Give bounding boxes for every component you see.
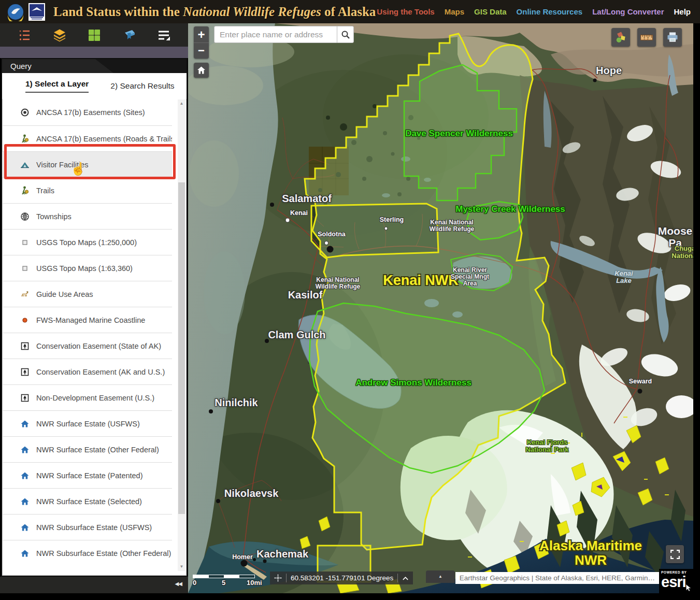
scrollbar-thumb[interactable]: [178, 182, 185, 514]
layer-item-surface-selected[interactable]: NWR Surface Estate (Selected): [2, 488, 172, 514]
square-icon: [20, 237, 30, 248]
app-window: Land Status within the National Wildlife…: [0, 0, 700, 600]
draw-shapes-icon: [614, 31, 627, 44]
scale-label-mid: 5: [222, 579, 225, 587]
svg-text:1: 1: [644, 37, 645, 40]
panel-tabstrip: Query: [2, 59, 187, 73]
layers-icon[interactable]: [51, 26, 68, 44]
nav-latlong-converter[interactable]: Lat/Long Converter: [592, 7, 664, 16]
print-button[interactable]: [663, 28, 682, 47]
tab-search-results[interactable]: 2) Search Results: [110, 81, 174, 91]
layer-item-label: NWR Subsurface Estate (Other Federal): [36, 549, 171, 558]
nav-online-resources[interactable]: Online Resources: [517, 7, 583, 16]
layer-item-label: USGS Topo Maps (1:63,360): [36, 264, 133, 273]
scroll-down-icon[interactable]: ▼: [178, 563, 185, 571]
layer-item-surface-other-federal[interactable]: NWR Surface Estate (Other Federal): [2, 436, 172, 462]
layer-item-label: ANCSA 17(b) Easements (Roads & Trails): [36, 135, 172, 143]
map-attribution: Earthstar Geographics | State of Alaska,…: [455, 572, 659, 584]
layer-item-label: NWR Surface Estate (Selected): [36, 497, 142, 506]
home-icon: [197, 66, 206, 75]
layer-item-label: Trails: [36, 187, 54, 195]
zoom-control: + −: [194, 26, 209, 59]
chevron-up-icon[interactable]: [402, 576, 409, 581]
printer-icon: [666, 31, 679, 44]
layer-item-label: NWR Surface Estate (USFWS): [36, 420, 140, 428]
bookmarks-icon[interactable]: [120, 26, 138, 44]
search-icon: [341, 30, 350, 39]
search-input[interactable]: [214, 26, 337, 43]
esri-logo: POWERED BY esri: [659, 569, 693, 593]
page-title: Land Status within the National Wildlife…: [53, 5, 376, 19]
title-prefix: Land Status within the: [53, 5, 183, 19]
sidebar-footer: ◀◀: [0, 577, 188, 593]
square-icon: [20, 263, 30, 274]
layer-item-cons-easement-ak[interactable]: Conservation Easement (State of AK): [2, 333, 172, 359]
tree-box-icon: [20, 367, 30, 377]
layer-list: ANCSA 17(b) Easements (Sites) ANCSA 17(b…: [2, 99, 172, 571]
title-italic: National Wildlife Refuges: [183, 5, 321, 19]
search-button[interactable]: [337, 26, 354, 43]
layer-item-ancsa-sites[interactable]: ANCSA 17(b) Easements (Sites): [2, 99, 172, 125]
layer-item-townships[interactable]: Townships: [2, 203, 172, 229]
title-suffix: of Alaska: [321, 5, 376, 19]
nav-maps[interactable]: Maps: [445, 7, 464, 16]
coordinates-readout: 60.583201 -151.779101 Degrees: [291, 574, 393, 582]
scroll-up-icon[interactable]: ▲: [178, 99, 185, 108]
esri-wordmark: esri: [661, 574, 686, 591]
measure-tool-button[interactable]: 12: [637, 28, 656, 47]
layer-item-label: Non-Development Easement (U.S.): [36, 394, 154, 402]
fullscreen-button[interactable]: [666, 545, 684, 563]
layer-item-subsurface-usfws[interactable]: NWR Subsurface Estate (USFWS): [2, 514, 172, 540]
layer-item-cons-easement-ak-us[interactable]: Conservation Easement (AK and U.S.): [2, 359, 172, 384]
agency-logos: [6, 3, 46, 21]
basemap-gallery-icon[interactable]: [85, 26, 103, 44]
home-button[interactable]: [194, 63, 209, 78]
globe-grid-icon: [20, 211, 30, 222]
map-canvas[interactable]: Hope Dave Spencer Wilderness Mystery Cre…: [188, 23, 693, 593]
tab-select-a-layer[interactable]: 1) Select a Layer: [25, 79, 89, 93]
zoom-in-button[interactable]: +: [194, 26, 209, 42]
orange-dot-icon: [20, 315, 30, 325]
tab-query[interactable]: Query: [2, 59, 113, 73]
nwrs-logo-icon: [27, 3, 46, 21]
nav-using-the-tools[interactable]: Using the Tools: [377, 7, 434, 16]
layer-item-usgs-63k[interactable]: USGS Topo Maps (1:63,360): [2, 255, 172, 281]
attribution-expander[interactable]: ▲: [426, 570, 455, 583]
tree-box-icon: [20, 393, 30, 403]
legend-list-icon[interactable]: [16, 26, 34, 44]
nav-help[interactable]: Help: [674, 7, 691, 16]
coordinate-widget[interactable]: 60.583201 -151.779101 Degrees: [270, 572, 413, 584]
menu-icon[interactable]: [155, 26, 173, 44]
query-step-tabs: 1) Select a Layer 2) Search Results: [2, 73, 187, 99]
tent-icon: [20, 160, 30, 170]
scale-label-end: 10mi: [247, 579, 262, 587]
collapse-panel-button[interactable]: ◀◀: [175, 581, 182, 587]
layer-item-trails[interactable]: Trails: [2, 177, 172, 203]
top-navigation: Using the Tools Maps GIS Data Online Res…: [377, 0, 691, 23]
query-panel: Query 1) Select a Layer 2) Search Result…: [1, 58, 188, 577]
layer-item-surface-patented[interactable]: NWR Surface Estate (Patented): [2, 462, 172, 488]
layer-item-label: Guide Use Areas: [36, 290, 93, 298]
layer-item-label: FWS-Managed Marine Coastline: [36, 316, 145, 324]
fullscreen-icon: [670, 550, 680, 559]
layer-item-guide-use-areas[interactable]: Guide Use Areas: [2, 281, 172, 307]
layer-item-ancsa-roads-trails[interactable]: ANCSA 17(b) Easements (Roads & Trails): [2, 125, 172, 151]
app-header: Land Status within the National Wildlife…: [0, 0, 700, 23]
layer-item-surface-usfws[interactable]: NWR Surface Estate (USFWS): [2, 410, 172, 436]
layer-item-label: NWR Subsurface Estate (USFWS): [36, 523, 152, 532]
list-scrollbar[interactable]: ▲ ▼: [178, 99, 185, 571]
zoom-out-button[interactable]: −: [194, 42, 209, 59]
nav-gis-data[interactable]: GIS Data: [474, 7, 507, 16]
tree-box-icon: [20, 341, 30, 351]
layer-item-label: NWR Surface Estate (Patented): [36, 472, 143, 480]
layer-item-marine-coastline[interactable]: FWS-Managed Marine Coastline: [2, 307, 172, 333]
trail-icon: [20, 134, 30, 144]
layer-item-label: Visitor Facilities: [36, 161, 88, 169]
frame-edge: [0, 593, 700, 600]
draw-tool-button[interactable]: [611, 28, 630, 47]
layer-item-usgs-250k[interactable]: USGS Topo Maps (1:250,000): [2, 229, 172, 255]
layer-item-subsurface-other-federal[interactable]: NWR Subsurface Estate (Other Federal): [2, 540, 172, 566]
scale-bar: 0 5 10mi: [193, 574, 259, 587]
layer-item-visitor-facilities[interactable]: Visitor Facilities: [2, 151, 172, 177]
layer-item-nondev-easement[interactable]: Non-Development Easement (U.S.): [2, 384, 172, 410]
